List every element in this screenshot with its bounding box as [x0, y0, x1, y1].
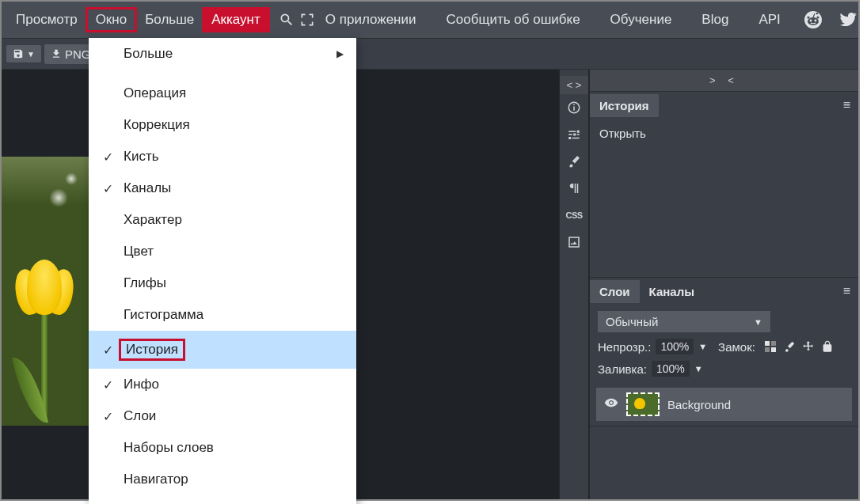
tab-channels[interactable]: Каналы [640, 280, 704, 303]
menu-blog[interactable]: Blog [694, 7, 736, 32]
panels-collapse-bar[interactable]: > < [590, 70, 858, 92]
svg-point-4 [816, 16, 819, 18]
dd-info[interactable]: ✓Инфо [89, 369, 356, 400]
dd-notes[interactable]: Записи [89, 495, 356, 504]
tab-history[interactable]: История [590, 94, 659, 117]
paragraph-icon[interactable] [562, 175, 586, 202]
history-entry[interactable]: Открыть [599, 127, 849, 140]
menu-more[interactable]: Больше [137, 7, 202, 32]
menubar: Просмотр Окно Больше Аккаунт О приложени… [2, 2, 858, 38]
menu-about[interactable]: О приложении [317, 7, 424, 32]
right-panels: > < История ≡ Открыть Слои Каналы ≡ [589, 70, 858, 499]
dd-character[interactable]: Характер [89, 204, 356, 236]
menu-report[interactable]: Сообщить об ошибке [438, 7, 587, 32]
brush-icon[interactable] [562, 148, 586, 175]
search-icon[interactable] [276, 9, 297, 30]
dd-brush[interactable]: ✓Кисть [89, 141, 356, 172]
tab-layers[interactable]: Слои [590, 280, 640, 303]
layers-panel-menu-icon[interactable]: ≡ [835, 284, 858, 298]
css-icon[interactable]: CSS [562, 202, 586, 229]
svg-rect-11 [765, 341, 770, 346]
dd-navigator[interactable]: Навигатор [89, 464, 356, 495]
opacity-value[interactable]: 100% [656, 339, 694, 354]
history-panel-menu-icon[interactable]: ≡ [835, 98, 858, 112]
lock-all-icon[interactable] [820, 339, 834, 354]
dd-more[interactable]: Больше [89, 38, 356, 70]
svg-rect-13 [765, 347, 770, 352]
svg-point-3 [814, 20, 816, 22]
fill-label: Заливка: [598, 362, 647, 376]
dd-operation[interactable]: Операция [89, 78, 356, 109]
svg-point-2 [809, 20, 812, 22]
menu-learn[interactable]: Обучение [603, 7, 680, 32]
export-png-label: PNG [65, 47, 91, 61]
dd-layer-sets[interactable]: Наборы слоев [89, 432, 356, 464]
fill-chevron-icon[interactable]: ▼ [694, 364, 703, 373]
sliders-icon[interactable] [562, 121, 586, 148]
lock-label: Замок: [718, 340, 755, 354]
image-icon[interactable] [562, 229, 586, 256]
side-strip: < > CSS [559, 70, 589, 499]
blend-mode-label: Обычный [606, 315, 658, 328]
dd-correction[interactable]: Коррекция [89, 109, 356, 141]
layer-thumbnail[interactable] [626, 392, 660, 416]
svg-rect-9 [573, 107, 575, 111]
dd-histogram[interactable]: Гистограмма [89, 299, 356, 331]
dd-glyphs[interactable]: Глифы [89, 267, 356, 299]
menu-api[interactable]: API [751, 7, 788, 32]
menu-view[interactable]: Просмотр [8, 7, 86, 32]
svg-rect-14 [771, 347, 776, 352]
reddit-icon[interactable] [803, 9, 823, 30]
menu-window[interactable]: Окно [86, 7, 138, 32]
dd-history[interactable]: ✓История [89, 331, 356, 369]
svg-rect-12 [771, 341, 776, 346]
blend-mode-select[interactable]: Обычный ▼ [598, 311, 770, 332]
opacity-chevron-icon[interactable]: ▼ [698, 342, 707, 351]
save-dropdown[interactable]: ▼ [6, 45, 41, 63]
layer-name[interactable]: Background [667, 398, 731, 411]
dd-layers[interactable]: ✓Слои [89, 400, 356, 432]
twitter-icon[interactable] [838, 9, 858, 30]
strip-header[interactable]: < > [560, 76, 588, 94]
layer-row[interactable]: Background [596, 388, 852, 421]
lock-position-icon[interactable] [801, 339, 815, 354]
chevron-down-icon: ▼ [754, 317, 762, 327]
lock-pixels-icon[interactable] [782, 339, 796, 354]
lock-transparency-icon[interactable] [763, 339, 777, 354]
fill-value[interactable]: 100% [652, 361, 690, 377]
visibility-toggle-icon[interactable] [604, 396, 618, 413]
dd-channels[interactable]: ✓Каналы [89, 172, 356, 204]
menu-account[interactable]: Аккаунт [202, 7, 270, 32]
canvas-image [2, 157, 89, 426]
svg-point-5 [807, 16, 809, 18]
svg-rect-10 [573, 104, 575, 106]
fullscreen-icon[interactable] [297, 9, 317, 30]
info-icon[interactable] [562, 94, 586, 121]
opacity-label: Непрозр.: [598, 340, 651, 354]
window-menu-dropdown: Больше Операция Коррекция ✓Кисть ✓Каналы… [89, 38, 356, 504]
dd-color[interactable]: Цвет [89, 236, 356, 267]
svg-point-6 [815, 13, 818, 15]
svg-point-1 [808, 17, 819, 25]
